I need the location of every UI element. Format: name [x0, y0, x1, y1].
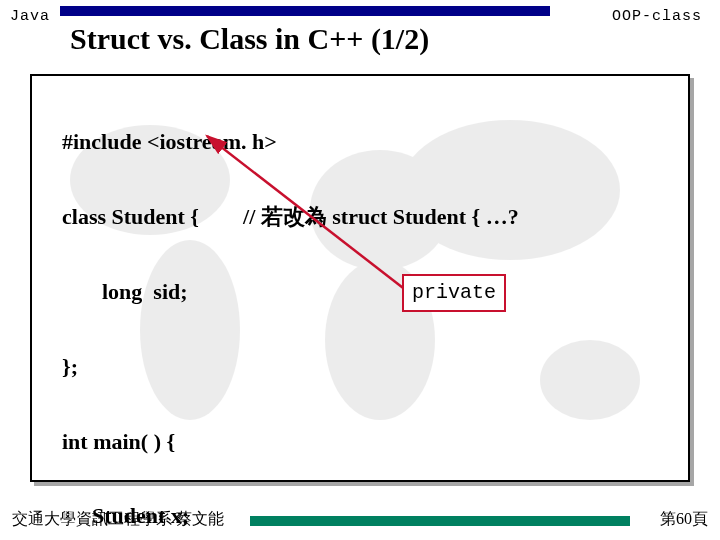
- header-bar: [60, 6, 550, 16]
- code-line: Student x;: [62, 497, 672, 534]
- code-line: long sid;: [62, 273, 672, 310]
- content-frame: #include <iostream. h> class Student { /…: [30, 74, 690, 482]
- code-block: #include <iostream. h> class Student { /…: [62, 86, 672, 540]
- header-right-label: OOP-class: [612, 8, 702, 25]
- code-line: int main( ) {: [62, 423, 672, 460]
- slide-header: Java OOP-class Struct vs. Class in C++ (…: [0, 0, 720, 64]
- code-line: #include <iostream. h>: [62, 123, 672, 160]
- code-line: };: [62, 348, 672, 385]
- slide-title: Struct vs. Class in C++ (1/2): [70, 22, 429, 56]
- header-left-label: Java: [10, 8, 50, 25]
- code-line: class Student { // 若改為 struct Student { …: [62, 198, 672, 235]
- private-annotation: private: [402, 274, 506, 312]
